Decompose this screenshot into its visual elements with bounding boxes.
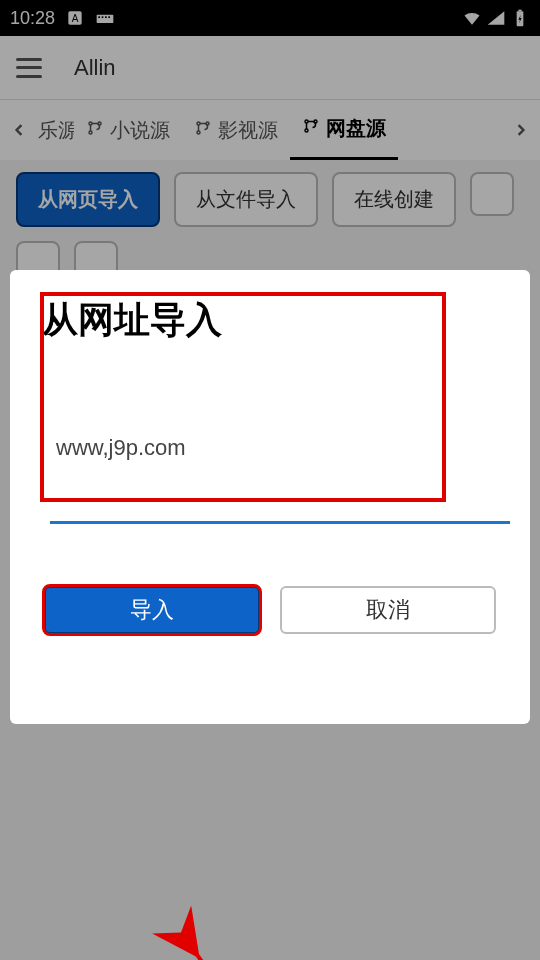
import-url-dialog: 从网址导入 导入 取消 (10, 270, 530, 724)
url-input[interactable] (50, 373, 510, 524)
cancel-button[interactable]: 取消 (280, 586, 496, 634)
import-button[interactable]: 导入 (44, 586, 260, 634)
dialog-title: 从网址导入 (42, 296, 506, 345)
